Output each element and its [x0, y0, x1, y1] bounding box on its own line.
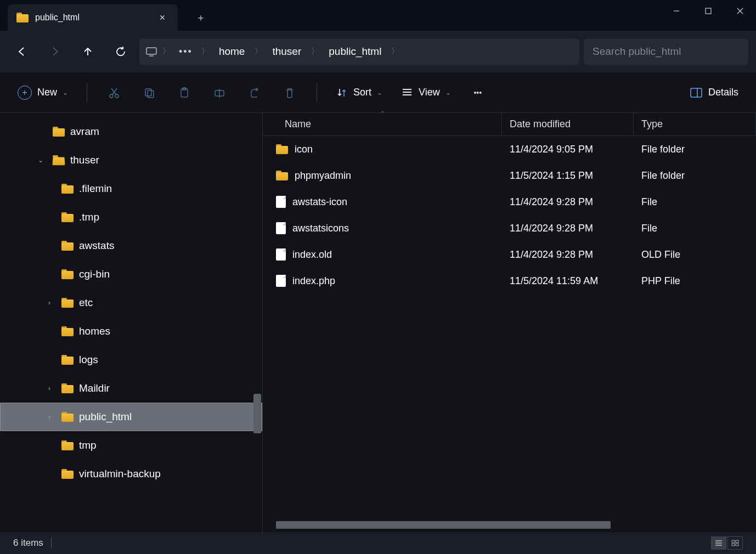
- paste-button[interactable]: [172, 82, 197, 104]
- chevron-down-icon: ⌄: [63, 89, 68, 97]
- details-icon: [690, 87, 703, 98]
- cut-button[interactable]: [101, 82, 127, 104]
- breadcrumb-segment[interactable]: thuser: [267, 43, 307, 60]
- chevron-right-icon[interactable]: 〉: [389, 47, 401, 56]
- breadcrumb-overflow[interactable]: •••: [174, 46, 197, 58]
- tree-item-thuser[interactable]: ⌄thuser: [0, 146, 262, 174]
- tree-scrollbar-thumb[interactable]: [253, 394, 261, 433]
- search-input[interactable]: Search public_html: [584, 38, 748, 65]
- navigation-tree[interactable]: avram⌄thuser.filemin.tmpawstatscgi-bin›e…: [0, 113, 262, 532]
- file-type: File folder: [634, 170, 756, 182]
- column-header-date[interactable]: Date modified: [502, 113, 634, 135]
- details-view-button[interactable]: [711, 536, 726, 550]
- tree-item-avram[interactable]: avram: [0, 117, 262, 146]
- tree-item--filemin[interactable]: .filemin: [0, 174, 262, 203]
- svg-rect-11: [148, 91, 154, 98]
- copy-button[interactable]: [137, 82, 162, 104]
- back-button[interactable]: [8, 38, 36, 65]
- tree-item-tmp[interactable]: tmp: [0, 431, 262, 460]
- file-type: PHP File: [634, 275, 756, 287]
- maximize-button[interactable]: [692, 0, 724, 22]
- file-date: 11/4/2024 9:28 PM: [502, 196, 634, 208]
- tree-item-maildir[interactable]: ›Maildir: [0, 374, 262, 403]
- tree-item-etc[interactable]: ›etc: [0, 289, 262, 317]
- tree-item-label: logs: [79, 354, 98, 366]
- close-tab-button[interactable]: ✕: [156, 10, 169, 25]
- tree-item-label: cgi-bin: [79, 268, 110, 280]
- sort-button[interactable]: Sort ⌄: [331, 83, 387, 102]
- status-bar: 6 items: [0, 532, 756, 554]
- file-date: 11/4/2024 9:28 PM: [502, 223, 634, 234]
- svg-line-8: [112, 88, 117, 95]
- svg-point-6: [110, 94, 113, 98]
- new-tab-button[interactable]: ＋: [190, 7, 212, 29]
- window-tab[interactable]: public_html ✕: [8, 4, 178, 31]
- folder-icon: [61, 184, 74, 194]
- chevron-right-icon[interactable]: 〉: [199, 47, 211, 56]
- tree-item-label: thuser: [70, 154, 99, 166]
- tree-item-label: homes: [79, 325, 110, 337]
- file-list[interactable]: icon11/4/2024 9:05 PMFile folderphpmyadm…: [263, 136, 756, 294]
- chevron-right-icon[interactable]: 〉: [309, 47, 321, 56]
- breadcrumb[interactable]: 〉 ••• 〉 home 〉 thuser 〉 public_html 〉: [139, 38, 579, 65]
- file-name: icon: [295, 144, 313, 155]
- breadcrumb-segment[interactable]: public_html: [323, 43, 387, 60]
- file-name: phpmyadmin: [295, 170, 351, 182]
- horizontal-scrollbar-thumb[interactable]: [276, 521, 611, 529]
- file-type: OLD File: [634, 249, 756, 261]
- up-button[interactable]: [74, 38, 102, 65]
- tree-item-cgi-bin[interactable]: cgi-bin: [0, 260, 262, 289]
- delete-button[interactable]: [277, 82, 302, 104]
- rename-button[interactable]: [207, 82, 232, 104]
- chevron-right-icon[interactable]: ›: [43, 385, 56, 392]
- more-button[interactable]: •••: [465, 82, 490, 104]
- folder-icon: [61, 383, 74, 393]
- file-row[interactable]: icon11/4/2024 9:05 PMFile folder: [263, 136, 756, 162]
- file-row[interactable]: index.php11/5/2024 11:59 AMPHP File: [263, 268, 756, 294]
- chevron-right-icon[interactable]: 〉: [160, 47, 172, 56]
- file-icon: [276, 248, 286, 261]
- refresh-button[interactable]: [106, 38, 135, 65]
- folder-icon: [61, 212, 74, 222]
- tab-title: public_html: [35, 13, 156, 22]
- chevron-right-icon[interactable]: ›: [43, 413, 56, 421]
- tree-item-public-html[interactable]: ›public_html: [0, 403, 262, 431]
- tree-item-logs[interactable]: logs: [0, 346, 262, 374]
- file-row[interactable]: awstats-icon11/4/2024 9:28 PMFile: [263, 189, 756, 215]
- tree-item--tmp[interactable]: .tmp: [0, 203, 262, 231]
- new-button[interactable]: + New ⌄: [13, 82, 72, 103]
- file-date: 11/5/2024 11:59 AM: [502, 275, 634, 287]
- toolbar: + New ⌄ Sort ⌄ View ⌄ ••• Details: [0, 72, 756, 113]
- file-row[interactable]: awstatsicons11/4/2024 9:28 PMFile: [263, 215, 756, 241]
- tree-item-awstats[interactable]: awstats: [0, 231, 262, 260]
- view-icon: [401, 87, 413, 99]
- column-header-type[interactable]: Type: [634, 113, 756, 135]
- breadcrumb-segment[interactable]: home: [213, 43, 251, 60]
- file-row[interactable]: phpmyadmin11/5/2024 1:15 PMFile folder: [263, 162, 756, 189]
- chevron-right-icon[interactable]: ›: [43, 299, 56, 307]
- forward-button[interactable]: [41, 38, 69, 65]
- file-name: index.old: [292, 249, 332, 261]
- folder-icon: [61, 326, 74, 336]
- view-mode-switcher: [711, 536, 743, 550]
- file-icon: [276, 275, 286, 287]
- tree-item-label: etc: [79, 297, 93, 309]
- minimize-button[interactable]: [661, 0, 692, 22]
- file-row[interactable]: index.old11/4/2024 9:28 PMOLD File: [263, 241, 756, 268]
- details-pane-button[interactable]: Details: [685, 83, 743, 101]
- tree-item-virtualmin-backup[interactable]: virtualmin-backup: [0, 460, 262, 488]
- chevron-right-icon[interactable]: 〉: [252, 47, 264, 56]
- close-window-button[interactable]: [724, 0, 756, 22]
- share-button[interactable]: [242, 82, 267, 104]
- file-type: File folder: [634, 144, 756, 155]
- column-header-name[interactable]: Name ⌃: [263, 113, 502, 135]
- tree-item-label: Maildir: [79, 382, 110, 394]
- svg-line-9: [111, 88, 116, 95]
- chevron-down-icon[interactable]: ⌄: [34, 156, 47, 164]
- view-button[interactable]: View ⌄: [397, 83, 455, 102]
- icons-view-button[interactable]: [727, 536, 743, 550]
- this-pc-icon[interactable]: [145, 46, 158, 57]
- tree-item-homes[interactable]: homes: [0, 317, 262, 346]
- folder-icon: [276, 171, 288, 180]
- file-date: 11/4/2024 9:28 PM: [502, 249, 634, 261]
